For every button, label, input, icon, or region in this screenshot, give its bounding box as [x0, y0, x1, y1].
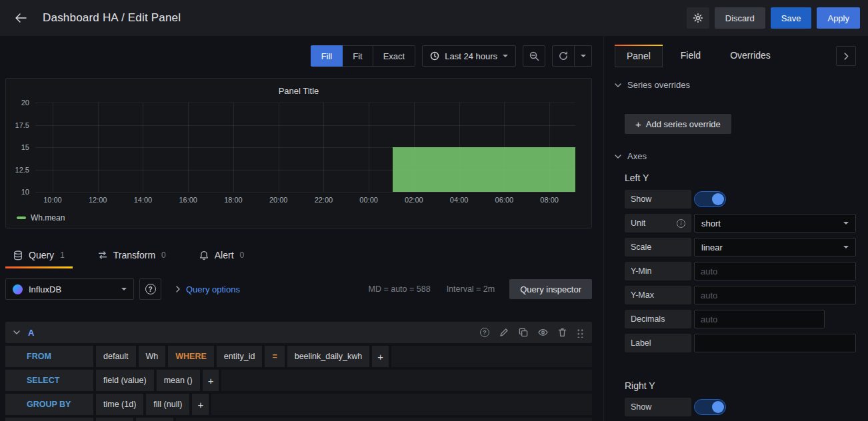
tab-alert[interactable]: Alert 0	[191, 242, 252, 268]
refresh-button[interactable]	[552, 45, 575, 67]
where-keyword[interactable]: WHERE	[168, 346, 214, 367]
left-y-form: Show Unit short Scale line	[625, 190, 856, 352]
query-row-groupby: GROUP BY time (1d) fill (null)	[5, 394, 592, 415]
select-aggregation-segment[interactable]: mean ()	[157, 370, 200, 391]
datasource-select[interactable]: InfluxDB	[5, 278, 134, 300]
row-filler	[221, 370, 592, 391]
gridline-v	[233, 103, 234, 192]
right-y-show-toggle[interactable]	[694, 399, 726, 415]
refresh-interval-button[interactable]	[575, 45, 592, 67]
help-circle-icon[interactable]	[480, 328, 489, 337]
add-groupby-button[interactable]	[192, 394, 209, 415]
select-field-segment[interactable]: field (value)	[96, 370, 154, 391]
y-max-input[interactable]	[694, 286, 856, 304]
left-y-show-toggle[interactable]	[694, 191, 726, 207]
scale-label: Scale	[625, 238, 691, 256]
add-series-override-button[interactable]: Add series override	[625, 114, 731, 134]
query-ref-id: A	[28, 328, 34, 338]
fit-button[interactable]: Fit	[343, 45, 373, 67]
help-circle-icon	[145, 284, 156, 294]
datasource-name: InfluxDB	[29, 284, 61, 294]
section-label: Series overrides	[627, 80, 690, 90]
apply-button[interactable]: Apply	[817, 7, 860, 29]
eye-icon[interactable]	[538, 328, 548, 336]
edit-pencil-icon[interactable]	[499, 328, 509, 337]
content: Fill Fit Exact Last 24 hours	[0, 36, 868, 421]
legend-label: Wh.mean	[31, 213, 65, 222]
axis-label-input[interactable]	[694, 334, 856, 352]
chevron-right-icon	[176, 286, 180, 292]
measurement-segment[interactable]: Wh	[139, 346, 166, 367]
show-label: Show	[625, 398, 691, 416]
back-button[interactable]	[8, 5, 33, 31]
x-tick-label: 18:00	[224, 196, 243, 204]
groupby-time-segment[interactable]: time (1d)	[96, 394, 143, 415]
tab-panel[interactable]: Panel	[615, 45, 663, 67]
collapse-chevron-icon[interactable]	[13, 330, 20, 334]
groupby-keyword[interactable]: GROUP BY	[5, 394, 93, 415]
fill-button[interactable]: Fill	[311, 45, 343, 67]
keyword-segment[interactable]	[5, 418, 93, 421]
axes-section-header[interactable]: Axes	[615, 151, 856, 161]
query-row-from: FROM default Wh WHERE entity_id = beelin…	[5, 346, 592, 367]
refresh-split-button	[552, 45, 592, 67]
row-filler	[211, 394, 592, 415]
add-condition-button[interactable]	[372, 346, 389, 367]
add-select-button[interactable]	[203, 370, 219, 391]
tab-transform[interactable]: Transform 0	[90, 242, 174, 268]
database-icon	[13, 250, 23, 260]
unit-label: Unit	[625, 214, 691, 232]
x-tick-label: 08:00	[540, 196, 559, 204]
unit-select[interactable]: short	[694, 214, 856, 232]
section-label: Axes	[627, 151, 647, 161]
tab-field[interactable]: Field	[669, 45, 712, 66]
discard-button[interactable]: Discard	[715, 7, 765, 29]
info-icon[interactable]	[677, 219, 685, 228]
right-y-heading: Right Y	[625, 380, 856, 391]
datasource-help-button[interactable]	[139, 278, 161, 300]
trash-icon[interactable]	[558, 328, 567, 337]
axis-label-label: Label	[625, 334, 691, 352]
show-label: Show	[625, 190, 691, 209]
from-keyword[interactable]: FROM	[5, 346, 93, 367]
exact-button[interactable]: Exact	[373, 45, 416, 67]
tab-query[interactable]: Query 1	[5, 242, 73, 268]
unit-row: Unit short	[625, 214, 856, 232]
x-tick-label: 10:00	[43, 196, 62, 204]
query-row-header: A	[5, 322, 592, 343]
options-pane: Panel Field Overrides Series overrides A…	[603, 36, 868, 421]
collapse-pane-button[interactable]	[836, 46, 856, 66]
select-keyword[interactable]: SELECT	[5, 370, 93, 391]
save-button[interactable]: Save	[771, 7, 812, 29]
legend-item[interactable]: Wh.mean	[17, 213, 65, 222]
top-bar-actions: Discard Save Apply	[687, 7, 860, 29]
y-min-row: Y-Min	[625, 262, 856, 280]
time-range-picker[interactable]: Last 24 hours	[422, 45, 516, 67]
groupby-fill-segment[interactable]: fill (null)	[146, 394, 189, 415]
series-overrides-section-header[interactable]: Series overrides	[615, 80, 856, 90]
retention-policy-segment[interactable]: default	[96, 346, 136, 367]
tab-label: Query	[29, 250, 54, 260]
query-inspector-button[interactable]: Query inspector	[509, 279, 592, 299]
where-operator-segment[interactable]: =	[265, 346, 284, 367]
query-options-toggle[interactable]: Query options	[175, 284, 240, 294]
y-tick-label: 17.5	[15, 121, 29, 129]
size-mode-group: Fill Fit Exact	[311, 45, 416, 67]
editor-tabs: Query 1 Transform 0 Alert 0	[5, 242, 592, 268]
panel-settings-button[interactable]	[687, 7, 709, 29]
decimals-input[interactable]	[694, 310, 825, 328]
viz-toolbar: Fill Fit Exact Last 24 hours	[5, 45, 592, 67]
value-segment[interactable]	[136, 418, 173, 421]
where-value-segment[interactable]: beelink_daily_kwh	[287, 346, 369, 367]
y-min-input[interactable]	[694, 262, 856, 280]
unit-value: short	[701, 218, 721, 228]
query-row-partial	[5, 418, 592, 421]
tab-overrides[interactable]: Overrides	[719, 45, 782, 66]
drag-grip-icon[interactable]	[577, 328, 584, 338]
value-segment[interactable]	[96, 418, 133, 421]
duplicate-copy-icon[interactable]	[519, 328, 528, 337]
zoom-out-button[interactable]	[523, 45, 545, 67]
scale-select[interactable]: linear	[694, 238, 856, 256]
where-field-segment[interactable]: entity_id	[217, 346, 263, 367]
refresh-icon	[559, 51, 568, 61]
